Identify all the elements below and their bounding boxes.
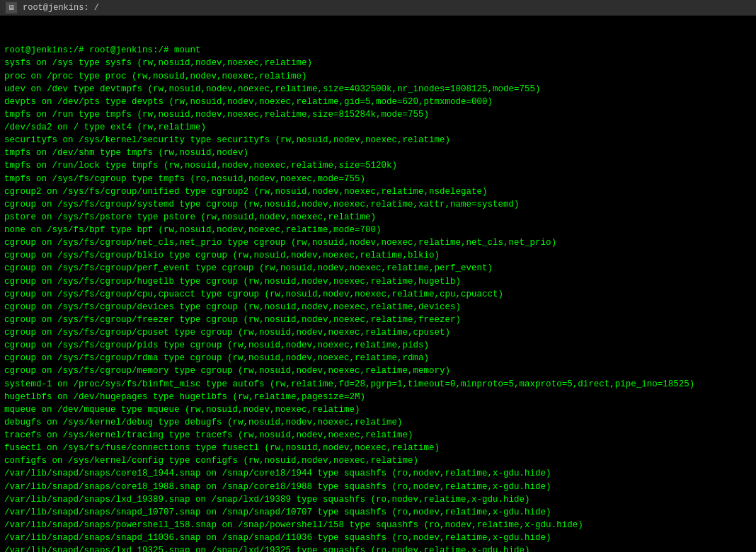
terminal-content[interactable]: root@jenkins:/# root@jenkins:/# mountsys… (0, 16, 756, 552)
terminal-line: none on /sys/fs/bpf type bpf (rw,nosuid,… (4, 224, 752, 236)
terminal-line: configfs on /sys/kernel/config type conf… (4, 454, 752, 467)
terminal-line: /var/lib/snapd/snaps/snapd_11036.snap on… (4, 531, 752, 544)
terminal-line: mqueue on /dev/mqueue type mqueue (rw,no… (4, 403, 752, 416)
terminal-line: cgroup on /sys/fs/cgroup/rdma type cgrou… (4, 352, 752, 364)
terminal-line: cgroup on /sys/fs/cgroup/pids type cgrou… (4, 339, 752, 352)
terminal-line: cgroup on /sys/fs/cgroup/memory type cgr… (4, 364, 752, 377)
terminal-line: udev on /dev type devtmpfs (rw,nosuid,no… (4, 83, 752, 96)
terminal-line: systemd-1 on /proc/sys/fs/binfmt_misc ty… (4, 378, 752, 391)
terminal-line: cgroup on /sys/fs/cgroup/devices type cg… (4, 301, 752, 314)
terminal-line: tmpfs on /dev/shm type tmpfs (rw,nosuid,… (4, 146, 752, 159)
terminal-line: cgroup on /sys/fs/cgroup/cpu,cpuacct typ… (4, 288, 752, 301)
terminal-line: tracefs on /sys/kernel/tracing type trac… (4, 429, 752, 442)
terminal-line: debugfs on /sys/kernel/debug type debugf… (4, 416, 752, 429)
terminal-line: /dev/sda2 on / type ext4 (rw,relatime) (4, 121, 752, 134)
terminal-line: cgroup on /sys/fs/cgroup/freezer type cg… (4, 314, 752, 326)
terminal-line: /var/lib/snapd/snaps/core18_1988.snap on… (4, 481, 752, 493)
terminal-line: tmpfs on /run type tmpfs (rw,nosuid,node… (4, 108, 752, 121)
terminal-line: securityfs on /sys/kernel/security type … (4, 134, 752, 146)
terminal-line: proc on /proc type proc (rw,nosuid,nodev… (4, 70, 752, 83)
terminal-line: cgroup on /sys/fs/cgroup/net_cls,net_pri… (4, 236, 752, 249)
terminal-line: devpts on /dev/pts type devpts (rw,nosui… (4, 96, 752, 108)
terminal-icon: 🖥 (6, 2, 17, 13)
terminal-line: tmpfs on /run/lock type tmpfs (rw,nosuid… (4, 159, 752, 172)
terminal-line: /var/lib/snapd/snaps/core18_1944.snap on… (4, 467, 752, 480)
terminal-line: root@jenkins:/# root@jenkins:/# mount (4, 44, 752, 57)
terminal-line: cgroup on /sys/fs/cgroup/perf_event type… (4, 262, 752, 275)
terminal-line: /var/lib/snapd/snaps/lxd_19389.snap on /… (4, 493, 752, 506)
terminal-line: /var/lib/snapd/snaps/snapd_10707.snap on… (4, 506, 752, 519)
terminal-line: pstore on /sys/fs/pstore type pstore (rw… (4, 211, 752, 224)
terminal-line: fusectl on /sys/fs/fuse/connections type… (4, 442, 752, 454)
terminal-line: sysfs on /sys type sysfs (rw,nosuid,node… (4, 57, 752, 69)
title-bar-text: root@jenkins: / (23, 3, 99, 13)
terminal-line: tmpfs on /sys/fs/cgroup type tmpfs (ro,n… (4, 173, 752, 185)
terminal-line: /var/lib/snapd/snaps/powershell_158.snap… (4, 519, 752, 531)
terminal-line: hugetlbfs on /dev/hugepages type hugetlb… (4, 391, 752, 403)
terminal-line: cgroup2 on /sys/fs/cgroup/unified type c… (4, 185, 752, 198)
terminal-line: cgroup on /sys/fs/cgroup/cpuset type cgr… (4, 326, 752, 339)
terminal-line: cgroup on /sys/fs/cgroup/blkio type cgro… (4, 249, 752, 262)
terminal-window: 🖥 root@jenkins: / root@jenkins:/# root@j… (0, 0, 756, 552)
title-bar: 🖥 root@jenkins: / (0, 0, 756, 16)
terminal-line: /var/lib/snapd/snaps/lxd_19325.snap on /… (4, 544, 752, 552)
terminal-line: cgroup on /sys/fs/cgroup/systemd type cg… (4, 198, 752, 211)
terminal-line: cgroup on /sys/fs/cgroup/hugetlb type cg… (4, 275, 752, 288)
